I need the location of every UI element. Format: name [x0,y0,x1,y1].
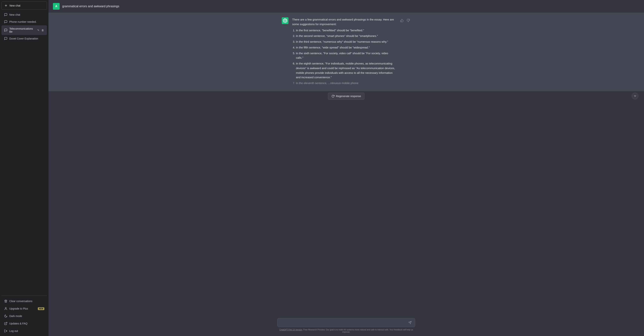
list-item: In the eighth sentence, "For individuals… [296,61,396,80]
chevron-down-icon [634,94,636,98]
chat-header: A grammatical errors and awkward phrasin… [48,0,644,13]
thumbs-down-button[interactable] [406,18,411,24]
trash-icon [4,300,8,303]
regenerate-button[interactable]: Regenerate response [328,92,365,100]
sidebar-item-telecom[interactable]: Telecommunications Be ✎ 🗑 [2,25,47,35]
assistant-message-content: There are a few grammatical errors and a… [292,17,396,87]
list-item: In the second sentence, "smart phones" s… [296,34,396,38]
clear-label: Clear conversations [9,300,32,303]
chat-input[interactable] [280,320,406,325]
chat-header-title: grammatical errors and awkward phrasings [62,5,119,8]
faded-text: ...ntinuous mobile phone [328,82,358,84]
dark-mode-action[interactable]: Dark mode [2,312,47,320]
conv-label: New chat [9,13,20,16]
svg-line-3 [6,322,7,324]
message-intro: There are a few grammatical errors and a… [292,17,396,27]
delete-conv-button[interactable]: 🗑 [41,28,44,32]
thumbs-down-icon [406,19,410,22]
user-icon [4,307,8,310]
sidebar: New chat New chat Phone number needed. T… [0,0,48,336]
footer-description: . Free Research Preview. Our goal is to … [302,328,413,333]
updates-label: Updates & FAQ [9,322,28,325]
list-item: In the fifth sentence, "wide spread" sho… [296,45,396,50]
openai-logo-icon [283,18,287,23]
conv-label: Telecommunications Be [9,27,35,33]
edit-conv-button[interactable]: ✎ [37,28,40,32]
list-item: In the first sentence, "benefitted" shou… [296,28,396,33]
assistant-message-inner: There are a few grammatical errors and a… [277,17,415,87]
message-actions [400,18,411,24]
sidebar-item-phone-number[interactable]: Phone number needed. [2,18,47,25]
sidebar-bottom: Clear conversations Upgrade to Plus NEW … [2,298,47,334]
chat-icon [4,13,8,16]
assistant-message-row: There are a few grammatical errors and a… [48,13,644,91]
svg-point-2 [5,307,6,308]
user-avatar: A [53,3,60,10]
list-item: In the third sentence, "numerous why" sh… [296,40,396,44]
openai-avatar [282,17,288,24]
list-item: In the sixth sentence, "For society, vid… [296,51,396,60]
thumbs-up-button[interactable] [400,18,404,24]
new-chat-button[interactable]: New chat [2,2,47,10]
new-badge: NEW [38,307,44,310]
footer-text: ChatGPT Feb 13 Version. Free Research Pr… [277,327,415,335]
moon-icon [4,314,8,318]
logout-icon [4,329,8,333]
dark-mode-label: Dark mode [9,314,22,318]
clear-conversations-action[interactable]: Clear conversations [2,298,47,305]
suggestions-list: In the first sentence, "benefitted" shou… [292,28,396,86]
logout-label: Log out [9,330,18,332]
send-button[interactable] [408,320,412,325]
new-chat-button-label: New chat [10,4,20,7]
scroll-down-button[interactable] [632,92,638,99]
plus-icon [4,4,8,7]
regenerate-bar: Regenerate response [48,91,644,101]
sidebar-divider [2,296,47,296]
chat-icon [4,20,8,24]
upgrade-label: Upgrade to Plus [9,307,28,310]
messages-area: There are a few grammatical errors and a… [48,13,644,316]
regenerate-label: Regenerate response [336,95,361,98]
external-link-icon [4,322,8,325]
conv-actions: ✎ 🗑 [37,28,44,32]
main-content: A grammatical errors and awkward phrasin… [48,0,644,336]
input-wrap [277,318,415,327]
upgrade-to-plus-action[interactable]: Upgrade to Plus NEW [2,305,47,312]
chat-icon [4,28,8,32]
conv-label: Phone number needed. [9,20,36,23]
refresh-icon [332,95,334,98]
thumbs-up-icon [400,19,404,22]
updates-faq-action[interactable]: Updates & FAQ [2,320,47,327]
conversation-list: New chat Phone number needed. Telecommun… [2,11,47,294]
input-area: ChatGPT Feb 13 Version. Free Research Pr… [48,316,644,336]
conv-label: Duvet Cover Explanation [9,37,38,40]
chat-icon [4,37,8,40]
user-initial: A [55,5,58,8]
footer-link[interactable]: ChatGPT Feb 13 Version [279,328,302,331]
list-item-faded: In the eleventh sentence, ...ntinuous mo… [296,81,396,86]
sidebar-item-duvet[interactable]: Duvet Cover Explanation [2,35,47,42]
logout-action[interactable]: Log out [2,328,47,334]
sidebar-item-new-chat[interactable]: New chat [2,11,47,18]
send-icon [408,321,412,324]
